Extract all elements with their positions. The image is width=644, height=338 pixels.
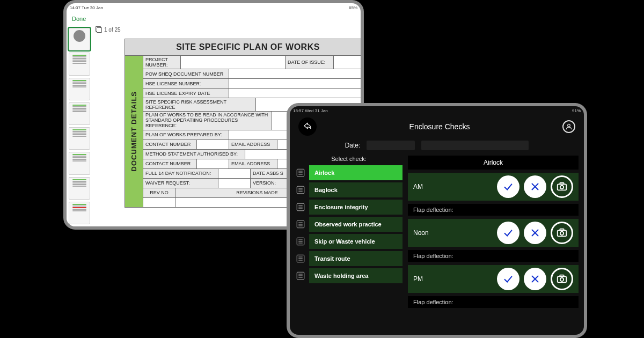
- reject-button[interactable]: [524, 268, 546, 290]
- check-item: Baglock: [295, 182, 402, 197]
- field-value: [143, 198, 175, 208]
- field-value: [334, 56, 361, 69]
- app-body: Select check: Airlock Baglock: [290, 156, 584, 335]
- status-bar: 14:07 Tue 30 Jan 65%: [67, 3, 361, 12]
- accept-button[interactable]: [497, 268, 519, 290]
- period-block: PM Flap deflection:: [408, 265, 579, 308]
- side-label-text: DOCUMENT DETAILS: [130, 91, 138, 171]
- thumbnail-page[interactable]: [69, 202, 90, 224]
- thumbnail-page[interactable]: [69, 177, 90, 200]
- pages-icon: [97, 27, 102, 33]
- camera-button[interactable]: [551, 222, 573, 244]
- field-label: VERSION:: [251, 179, 288, 188]
- field-value: [229, 89, 361, 98]
- field-label: DATE OF ISSUE:: [286, 56, 334, 69]
- field-value: [218, 179, 251, 188]
- thumbnail-page[interactable]: [69, 152, 90, 174]
- camera-button[interactable]: [551, 268, 573, 290]
- svg-rect-37: [560, 275, 564, 277]
- field-value: [181, 56, 286, 69]
- page-counter-text: 1 of 25: [104, 27, 121, 33]
- field-label: CONTACT NUMBER: [143, 140, 197, 150]
- svg-point-33: [560, 232, 564, 235]
- camera-button[interactable]: [551, 175, 573, 198]
- list-icon: [295, 185, 306, 195]
- check-item: Waste holding area: [295, 268, 402, 283]
- check-button-skip-waste[interactable]: Skip or Waste vehicle: [309, 234, 402, 249]
- check-panel: Select check: Airlock Baglock: [295, 156, 402, 329]
- check-button-airlock[interactable]: Airlock: [309, 165, 402, 180]
- accept-button[interactable]: [497, 175, 519, 198]
- svg-point-0: [568, 124, 570, 127]
- camera-icon: [556, 227, 568, 239]
- thumbnail-page[interactable]: [69, 127, 90, 150]
- document-title: SITE SPECIFIC PLAN OF WORKS: [125, 39, 361, 56]
- field-value: [197, 140, 229, 150]
- app-header: Enclosure Checks: [290, 115, 584, 138]
- tablet-device-app: 15:57 Wed 31 Jan 91% Enclosure Checks Da…: [287, 103, 587, 338]
- back-button[interactable]: [298, 117, 317, 136]
- svg-rect-31: [560, 183, 564, 185]
- status-bar: 15:57 Wed 31 Jan 91%: [290, 106, 584, 115]
- check-item: Observed work practice: [295, 217, 402, 232]
- flap-row[interactable]: Flap deflection:: [408, 296, 579, 308]
- profile-button[interactable]: [562, 120, 575, 133]
- reject-button[interactable]: [524, 222, 546, 244]
- done-button[interactable]: Done: [72, 16, 86, 22]
- thumbnail-page[interactable]: [69, 78, 90, 100]
- camera-icon: [556, 181, 568, 193]
- x-icon: [529, 181, 541, 193]
- period-label: PM: [413, 275, 493, 283]
- tablet2-screen: 15:57 Wed 31 Jan 91% Enclosure Checks Da…: [290, 106, 584, 335]
- detail-panel: Airlock AM Flap deflect: [408, 156, 579, 329]
- flap-row[interactable]: Flap deflection:: [408, 250, 579, 262]
- date-field[interactable]: [367, 141, 415, 150]
- svg-point-36: [560, 278, 564, 281]
- svg-point-30: [560, 186, 564, 189]
- list-icon: [295, 202, 306, 212]
- list-icon: [295, 219, 306, 230]
- check-item: Airlock: [295, 165, 402, 180]
- check-item: Enclosure integrity: [295, 200, 402, 215]
- reject-button[interactable]: [524, 175, 546, 198]
- check-button-baglock[interactable]: Baglock: [309, 182, 402, 197]
- secondary-field[interactable]: [421, 141, 529, 150]
- app-title: Enclosure Checks: [409, 122, 470, 131]
- field-value: [229, 69, 361, 79]
- check-button-waste-holding[interactable]: Waste holding area: [309, 268, 402, 283]
- list-icon: [295, 253, 306, 264]
- field-label: EMAIL ADDRESS: [229, 159, 277, 169]
- thumbnail-page[interactable]: [69, 28, 90, 50]
- field-label: WAIVER REQUEST:: [143, 179, 218, 188]
- field-value: [218, 169, 251, 179]
- period-row-noon: Noon: [408, 219, 579, 247]
- check-icon: [502, 227, 514, 239]
- check-icon: [502, 273, 514, 285]
- x-icon: [529, 273, 541, 285]
- field-label: METHOD STATEMENT AUTHORISED BY:: [143, 150, 245, 159]
- field-label: PROJECT NUMBER:: [143, 56, 181, 69]
- profile-icon: [565, 123, 573, 130]
- check-icon: [502, 181, 514, 193]
- thumbnail-page[interactable]: [69, 53, 90, 75]
- thumbnail-page[interactable]: [69, 102, 90, 125]
- back-arrow-icon: [303, 122, 312, 131]
- period-label: Noon: [413, 229, 493, 237]
- list-icon: [295, 270, 306, 281]
- select-check-label: Select check:: [295, 156, 402, 162]
- flap-row[interactable]: Flap deflection:: [408, 204, 579, 216]
- status-right: 65%: [349, 5, 357, 10]
- check-button-observed-work[interactable]: Observed work practice: [309, 217, 402, 232]
- field-label: PLAN OF WORKS PREPARED BY:: [143, 130, 229, 140]
- check-button-enclosure-integrity[interactable]: Enclosure integrity: [309, 200, 402, 215]
- accept-button[interactable]: [497, 222, 519, 244]
- period-row-pm: PM: [408, 265, 579, 293]
- field-label: CONTACT NUMBER: [143, 159, 197, 169]
- page-counter: 1 of 25: [96, 27, 121, 33]
- camera-icon: [556, 273, 568, 285]
- period-block: Noon Flap deflection:: [408, 219, 579, 262]
- thumbnail-rail[interactable]: [67, 26, 92, 226]
- check-button-transit-route[interactable]: Transit route: [309, 251, 402, 266]
- check-item: Skip or Waste vehicle: [295, 234, 402, 249]
- toolbar: Done: [67, 12, 361, 26]
